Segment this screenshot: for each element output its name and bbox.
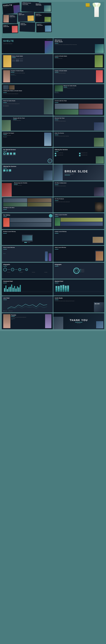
launch-title: Launch of Svelte Studio (55, 56, 94, 57)
slide-offering-2: Offering Our Services 01 02 03 (2, 164, 53, 180)
row-8: Our Special Services Service 01 Service … (2, 148, 104, 164)
phone-title: Phone Layout Mockup (3, 247, 51, 248)
scatter-title-3: Founder ofSvelte Studio (10, 15, 15, 17)
launch-text: Lorem ipsum dolor sit amet. (55, 58, 94, 59)
row-9: Offering Our Services 01 02 03 (2, 164, 104, 180)
clustured-title: Clustured Chart (3, 280, 51, 282)
desktop-title: Desktop Layout Mockup (3, 231, 51, 232)
row-12: Our Gallery Gallery Layout Unveiled (2, 213, 104, 229)
slide-special-services: Our Special Services Service 01 Service … (2, 148, 53, 164)
slide-gallery2: Gallery Layout Unveiled (53, 213, 104, 229)
row-11: Spotlight on Our Best Our Star Products … (2, 197, 104, 212)
gallery2-title: Gallery Layout Unveiled (55, 214, 103, 216)
slide-founder: Founder of Svelte Studio Lorem ipsum dol… (2, 69, 53, 84)
slide-star: Our Star Products Lorem ipsum dolor sit … (53, 197, 104, 212)
services-title: Our Special Services (3, 149, 51, 150)
slide-launch: Launch of Svelte Studio Lorem ipsum dolo… (53, 54, 104, 68)
gallery-title: Our Gallery (3, 214, 51, 216)
flower-decoration (92, 3, 101, 19)
slide-founder2: Founder Lorem ipsum dolor sit amet conse… (2, 313, 53, 329)
expert-title: Introduce Our Expert (3, 132, 43, 134)
slide-desc: Presentation Template (46, 39, 52, 40)
discover-text: Lorem ipsum dolor sit amet consectetur. (55, 121, 103, 122)
founder-role: Founder Svelte Studio (11, 75, 51, 76)
cup-decoration (86, 3, 91, 7)
star-title: Our Star Products (55, 198, 103, 200)
scattered-slide-6: Launch ofSvelte Studio Lorem ipsum dolor (35, 13, 51, 22)
expert-text: Lorem ipsum dolor sit amet. (3, 135, 43, 136)
row-2: History Svelte Studio Lorem ipsum dolor … (2, 54, 104, 68)
creator-title: Creator of Svelte Studio (55, 70, 95, 72)
row-16: Clustured Chart (2, 280, 104, 296)
enjoy-text: Lorem ipsum dolor sit amet consectetur a… (55, 136, 103, 137)
founder2-role: Founder (11, 319, 44, 320)
thankyou-title: THANK YOU (55, 319, 103, 322)
slide-clustured: Clustured Chart (2, 280, 53, 296)
page-wrapper: SVELTE Creative Studio Collaborative Wor… (0, 0, 106, 331)
slide-phone: Phone Layout Mockup 16:9 / 4:3 (2, 246, 53, 262)
slide-svelte-hero: SVELTE Creative Studio Presentation Pres… (2, 38, 53, 54)
collab-text: Lorem ipsum dolor sit amet consectetur a… (3, 94, 51, 94)
slide-gallery: Our Gallery (2, 213, 53, 229)
scatter-title-4: HistorySvelte Studio (19, 13, 33, 15)
service-icons-row: Service 01 Service 02 Service 03 Service… (3, 152, 51, 156)
scattered-slide-8: Launch ofSvelte Studio Lorem ipsum dolor (20, 22, 35, 32)
row-6: Engage with Our Team Lorem ipsum dolor s… (2, 116, 104, 131)
slide-portfolio: Showcasing Our Portfolio Lorem ipsum dol… (2, 181, 53, 196)
row-4: Collaborative Works at Svelte Studio Lor… (2, 84, 104, 98)
scattered-slide-1: SVELTE Creative Studio (2, 3, 20, 14)
collab2-title: Our Best Collaboration (55, 182, 103, 184)
row-13: Desktop Layout Mockup (2, 230, 104, 245)
expert-role: Lead Designer (3, 137, 43, 138)
stacked-title: Stacked Chart (55, 280, 103, 282)
slide-spotlight: Spotlight on Our Best (2, 197, 53, 212)
founder2-title: Founder (11, 314, 44, 316)
slide-vision: Vision for Svelte Studio Lorem ipsum dol… (2, 99, 53, 116)
history-title: History Svelte Studio (12, 56, 51, 57)
mission-title: Mission for Svelte Studio (64, 85, 103, 87)
collab2-text: Lorem ipsum dolor sit amet consectetur. (55, 186, 103, 186)
founder-title: Founder of Svelte Studio (11, 70, 51, 72)
row-1: SVELTE Creative Studio Presentation Pres… (2, 38, 104, 54)
row-18: Founder Lorem ipsum dolor sit amet conse… (2, 313, 104, 329)
offering2-title: Offering Our Services (3, 166, 51, 167)
scatter-title-6: Launch ofSvelte Studio (36, 14, 50, 16)
welcome-title: Welcome toSvelte Studio (55, 39, 103, 42)
slide-break: BREAK SLIDE Creative Studio Presentation (53, 164, 104, 180)
founder-text: Lorem ipsum dolor sit amet consectetur a… (11, 73, 51, 74)
row-15: Infographic 01 02 03 04 (2, 262, 104, 279)
break-subtitle: Creative Studio Presentation (65, 174, 103, 174)
slide-welcome: Welcome toSvelte Studio Lorem ipsum dolo… (53, 38, 104, 54)
scattered-slide-5: Welcome toSvelte Studio (35, 3, 51, 12)
slide-desktop: Desktop Layout Mockup (2, 230, 53, 245)
slide-thankyou: THANK YOU Svelte Studio (53, 313, 104, 329)
collab-title: Collaborative Works at Svelte Studio (3, 90, 51, 92)
mission-text-small: Lorem ipsum dolor (55, 92, 63, 93)
slide-expert: Introduce Our Expert Lorem ipsum dolor s… (2, 132, 53, 147)
slide-studio: Svelte Studio Lorem ipsum dolor sit amet… (53, 296, 104, 312)
line-title: Line Chart (3, 297, 51, 299)
scattered-slide-4: HistorySvelte Studio (18, 12, 34, 22)
slide-creator: Creator of Svelte Studio Lorem ipsum dol… (53, 69, 104, 84)
slide-offering-1: Offering Our Services Lorem ipsum dolor … (53, 148, 104, 164)
hero-title: SVELTE (3, 39, 51, 42)
slide-collab: Collaborative Works at Svelte Studio Lor… (2, 84, 53, 98)
discover-title: Discover Our Team (55, 118, 103, 119)
mission-text: Lorem ipsum dolor sit amet consectetur. (64, 88, 103, 88)
scattered-preview-section: SVELTE Creative Studio Collaborative Wor… (2, 2, 104, 38)
laptop-title: Laptop Layout Mockup (55, 231, 103, 232)
slide-line-chart: Line Chart Series 01 Series 02 (2, 296, 53, 312)
infographic2-title: Infographic (55, 264, 103, 265)
slide-history: History Svelte Studio Lorem ipsum dolor … (2, 54, 53, 68)
studio-text: Lorem ipsum dolor sit amet consectetur a… (55, 301, 103, 302)
portfolio-text: Lorem ipsum dolor sit amet. (14, 185, 51, 186)
slide-engage: Engage with Our Team Lorem ipsum dolor s… (2, 116, 53, 131)
portfolio-title: Showcasing Our Portfolio (14, 182, 51, 184)
slide-laptop: Laptop Layout Mockup (53, 230, 104, 245)
slide-stacked: Stacked Chart (53, 280, 104, 296)
scattered-slide-9: Launch ofSvelte Studio (36, 23, 52, 32)
line-chart-svg (4, 301, 51, 310)
slide-enjoy: Enjoy Our Service Lorem ipsum dolor sit … (53, 132, 104, 147)
scattered-slide-3: Founder ofSvelte Studio Lorem ipsum (3, 14, 17, 23)
engage-text: Lorem ipsum dolor sit amet. (13, 120, 51, 121)
